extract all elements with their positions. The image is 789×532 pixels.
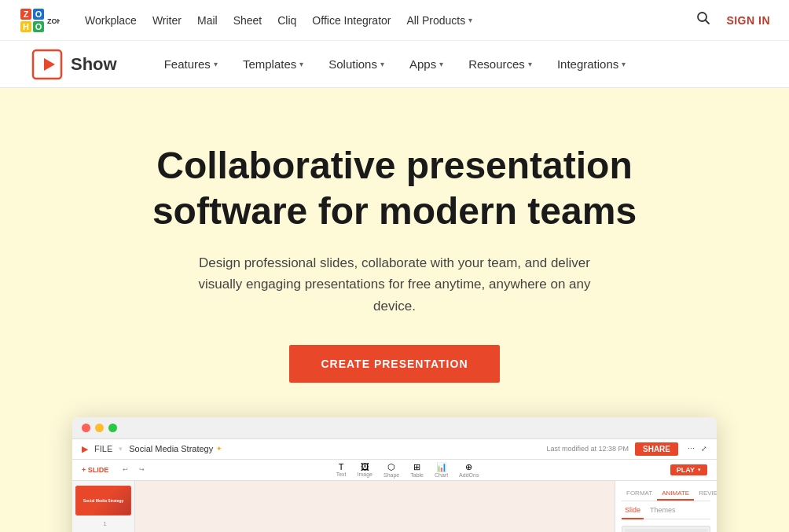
slides-panel: Social Media Strategy 1 2	[72, 481, 135, 532]
sign-in-link[interactable]: SIGN IN	[726, 14, 770, 27]
presentation-title: Social Media Strategy ✦	[129, 444, 222, 453]
svg-text:Z: Z	[24, 9, 29, 19]
svg-text:O: O	[35, 22, 42, 31]
tool-undo-icon: ↩	[123, 466, 128, 473]
svg-marker-14	[44, 58, 55, 71]
product-name: Show	[71, 54, 117, 75]
all-products-dropdown[interactable]: All Products ▾	[407, 14, 473, 27]
show-app-icon: ▶	[82, 445, 88, 453]
image-tool[interactable]: 🖼 Image	[358, 462, 372, 477]
nav-templates[interactable]: Templates ▾	[243, 57, 303, 71]
zoho-logo-svg: Z O H O ZOHO	[19, 6, 60, 35]
app-preview-wrapper: ▶ FILE ▾ Social Media Strategy ✦ Last mo…	[72, 417, 717, 532]
slide-thumb-1[interactable]: Social Media Strategy	[75, 486, 131, 515]
format-tabs: FORMAT ANIMATE REVIEW	[622, 487, 710, 501]
review-tab[interactable]: REVIEW	[694, 487, 717, 501]
all-products-label: All Products	[407, 14, 466, 27]
solutions-chevron-icon: ▾	[380, 60, 384, 68]
window-chrome	[72, 417, 717, 439]
top-navigation: Z O H O ZOHO Workplace Writer Mail Sheet…	[0, 0, 789, 41]
show-logo-icon	[31, 49, 63, 80]
nav-apps[interactable]: Apps ▾	[409, 57, 443, 71]
text-tool[interactable]: T Text	[336, 462, 347, 477]
nav-writer[interactable]: Writer	[152, 14, 182, 27]
resources-chevron-icon: ▾	[528, 60, 532, 68]
layout-section: Title Slide Change Layout ▾	[622, 526, 710, 532]
features-chevron-icon: ▾	[214, 60, 218, 68]
themes-subtab[interactable]: Themes	[647, 504, 679, 515]
play-button[interactable]: PLAY ▾	[670, 464, 707, 475]
slide-themes-tabs: Slide Themes	[622, 504, 710, 519]
layout-preview	[622, 526, 710, 532]
product-logo-area[interactable]: Show	[31, 49, 117, 80]
file-menu[interactable]: FILE	[94, 444, 112, 453]
templates-chevron-icon: ▾	[299, 60, 303, 68]
nav-sheet[interactable]: Sheet	[233, 14, 262, 27]
top-nav-links: Workplace Writer Mail Sheet Cliq Office …	[85, 14, 696, 27]
table-tool[interactable]: ⊞ Table	[410, 462, 424, 478]
app-preview: ▶ FILE ▾ Social Media Strategy ✦ Last mo…	[72, 417, 717, 532]
apps-chevron-icon: ▾	[439, 60, 443, 68]
slide-tools-row: + SLIDE ↩ ↪ T Text 🖼 Image ⬡ Shape	[72, 460, 717, 481]
nav-workplace[interactable]: Workplace	[85, 14, 137, 27]
svg-text:O: O	[35, 9, 42, 19]
app-body: Social Media Strategy 1 2	[72, 481, 717, 532]
hero-subtext: Design professional slides, collaborate …	[190, 252, 599, 317]
nav-features[interactable]: Features ▾	[164, 57, 218, 71]
window-minimize-dot	[95, 424, 104, 432]
all-products-chevron-icon: ▾	[468, 16, 472, 24]
shape-tool[interactable]: ⬡ Shape	[383, 462, 399, 478]
integrations-chevron-icon: ▾	[622, 60, 626, 68]
slide-label: + SLIDE	[82, 466, 108, 474]
create-presentation-button[interactable]: CREATE PRESENTATION	[289, 345, 499, 383]
share-button[interactable]: SHARE	[635, 442, 678, 456]
icon-placeholder-1: ⋯	[688, 445, 695, 453]
svg-line-11	[706, 20, 710, 24]
slide-canvas	[135, 481, 615, 532]
window-maximize-dot	[108, 424, 117, 432]
nav-resources[interactable]: Resources ▾	[468, 57, 532, 71]
hero-section: Collaborative presentation software for …	[0, 88, 789, 532]
search-button[interactable]	[696, 11, 710, 29]
zoho-logo-area[interactable]: Z O H O ZOHO	[19, 6, 60, 35]
slide-subtab[interactable]: Slide	[622, 504, 644, 519]
nav-mail[interactable]: Mail	[197, 14, 218, 27]
search-icon	[696, 11, 710, 25]
addons-tool[interactable]: ⊕ AddOns	[459, 462, 479, 478]
animate-tab[interactable]: ANIMATE	[657, 487, 694, 501]
window-close-dot	[82, 424, 90, 432]
last-modified-text: Last modified at 12:38 PM	[546, 445, 629, 453]
product-navigation: Show Features ▾ Templates ▾ Solutions ▾ …	[0, 41, 789, 88]
nav-cliq[interactable]: Cliq	[277, 14, 296, 27]
right-panel: FORMAT ANIMATE REVIEW Slide Themes Title…	[615, 481, 717, 532]
svg-text:ZOHO: ZOHO	[47, 17, 60, 25]
nav-solutions[interactable]: Solutions ▾	[328, 57, 384, 71]
nav-office-integrator[interactable]: Office Integrator	[312, 14, 391, 27]
top-nav-right: SIGN IN	[696, 11, 770, 29]
svg-text:H: H	[23, 22, 29, 31]
app-toolbar: ▶ FILE ▾ Social Media Strategy ✦ Last mo…	[72, 439, 717, 460]
product-nav-links: Features ▾ Templates ▾ Solutions ▾ Apps …	[164, 57, 626, 71]
tools-group: T Text 🖼 Image ⬡ Shape ⊞ Table	[336, 462, 479, 478]
format-tab[interactable]: FORMAT	[622, 487, 657, 501]
tool-redo-icon: ↪	[139, 466, 145, 473]
hero-headline: Collaborative presentation software for …	[119, 143, 670, 233]
chart-tool[interactable]: 📊 Chart	[435, 462, 448, 478]
nav-integrations[interactable]: Integrations ▾	[557, 57, 626, 71]
icon-placeholder-2: ⤢	[701, 445, 707, 453]
